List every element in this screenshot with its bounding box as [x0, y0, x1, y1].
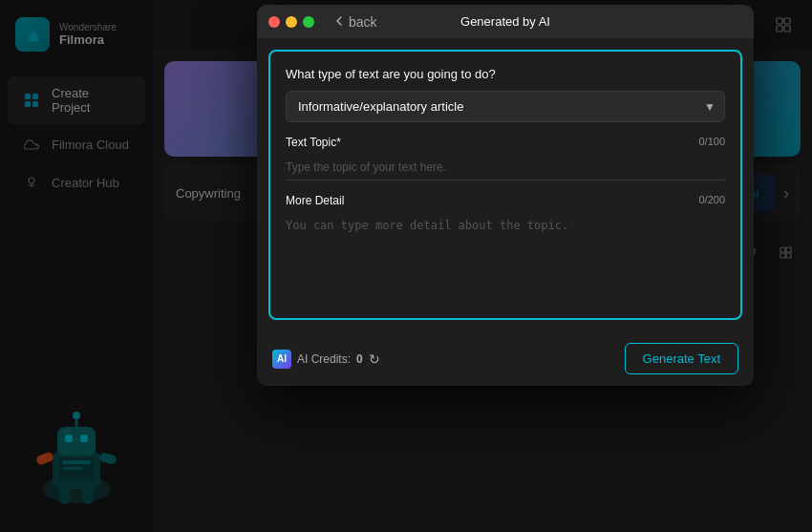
- modal-title: Generated by AI: [460, 14, 550, 29]
- traffic-lights: [268, 16, 314, 28]
- modal-body: What type of text are you going to do? I…: [268, 50, 742, 320]
- text-topic-label: Text Topic*: [286, 136, 341, 149]
- text-topic-count: 0/100: [698, 136, 725, 149]
- text-type-select-wrapper: Informative/explanatory article Blog pos…: [286, 91, 725, 122]
- ai-credits-section: AI AI Credits: 0 ↻: [272, 350, 380, 369]
- ai-credits-icon: AI: [272, 350, 291, 369]
- modal-titlebar: back Generated by AI: [257, 5, 754, 38]
- text-type-select[interactable]: Informative/explanatory article Blog pos…: [286, 91, 725, 122]
- more-detail-textarea[interactable]: [286, 213, 725, 299]
- credits-label: AI Credits:: [297, 352, 351, 366]
- text-topic-input[interactable]: [286, 155, 725, 181]
- more-detail-label: More Detail: [286, 194, 344, 207]
- close-traffic-light[interactable]: [268, 16, 280, 28]
- back-button[interactable]: back: [333, 14, 376, 30]
- generate-text-button[interactable]: Generate Text: [625, 343, 738, 374]
- more-detail-field-header: More Detail 0/200: [286, 194, 725, 207]
- modal-question: What type of text are you going to do?: [286, 67, 725, 81]
- modal-footer: AI AI Credits: 0 ↻ Generate Text: [257, 331, 754, 386]
- back-label: back: [349, 14, 377, 30]
- credits-value: 0: [356, 352, 363, 366]
- modal: back Generated by AI What type of text a…: [257, 5, 754, 386]
- refresh-credits-icon[interactable]: ↻: [369, 351, 380, 367]
- minimize-traffic-light[interactable]: [286, 16, 297, 28]
- maximize-traffic-light[interactable]: [303, 16, 314, 28]
- modal-overlay: back Generated by AI What type of text a…: [0, 0, 812, 532]
- more-detail-count: 0/200: [698, 194, 725, 207]
- text-topic-field-header: Text Topic* 0/100: [286, 136, 725, 149]
